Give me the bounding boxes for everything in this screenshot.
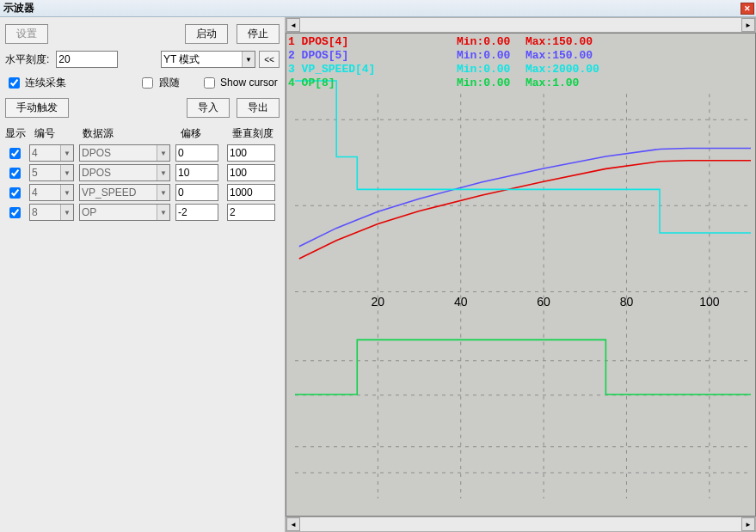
source-combo[interactable]: OP▼ xyxy=(79,204,170,221)
offset-input[interactable] xyxy=(175,204,218,221)
offset-input[interactable] xyxy=(175,184,218,201)
show-checkbox[interactable] xyxy=(9,187,22,199)
legend-row: 3 VP_SPEED[4]Min:0.00Max:2000.00 xyxy=(288,63,629,76)
chevron-down-icon: ▼ xyxy=(60,145,73,161)
import-button[interactable]: 导入 xyxy=(187,98,230,118)
h-scrollbar-top[interactable]: ◄ ► xyxy=(286,17,756,33)
vscale-input[interactable] xyxy=(227,164,275,181)
plot-area[interactable]: 20406080100 1 DPOS[4]Min:0.00Max:150.002… xyxy=(286,33,756,517)
cont-acq-checkbox[interactable]: 连续采集 xyxy=(5,75,66,91)
mode-combo[interactable]: YT 模式 ▼ xyxy=(161,51,255,68)
scroll-left-icon[interactable]: ◄ xyxy=(286,517,300,531)
source-combo[interactable]: DPOS▼ xyxy=(79,164,170,181)
show-checkbox[interactable] xyxy=(9,207,22,218)
chevron-down-icon: ▼ xyxy=(157,205,169,220)
start-button[interactable]: 启动 xyxy=(185,24,228,44)
chevron-down-icon: ▼ xyxy=(157,145,169,161)
legend-row: 4 OP[8]Min:0.00Max:1.00 xyxy=(288,76,629,89)
show-cursor-checkbox[interactable]: Show cursor xyxy=(200,75,278,91)
stop-button[interactable]: 停止 xyxy=(237,24,280,44)
channel-table: 4▼DPOS▼5▼DPOS▼4▼VP_SPEED▼8▼OP▼ xyxy=(5,144,280,223)
control-panel: 设置 启动 停止 水平刻度: YT 模式 ▼ << 连续采集 跟随 xyxy=(0,17,286,532)
id-combo[interactable]: 8▼ xyxy=(29,204,74,221)
id-combo[interactable]: 4▼ xyxy=(29,144,74,162)
channel-row: 4▼VP_SPEED▼ xyxy=(5,184,280,201)
collapse-button[interactable]: << xyxy=(259,51,280,68)
offset-input[interactable] xyxy=(175,144,218,162)
chevron-down-icon: ▼ xyxy=(60,185,73,200)
vscale-input[interactable] xyxy=(227,144,275,162)
svg-text:60: 60 xyxy=(537,295,550,309)
svg-text:80: 80 xyxy=(620,295,634,309)
scroll-right-icon[interactable]: ► xyxy=(741,517,755,531)
chevron-down-icon: ▼ xyxy=(60,165,73,180)
channel-row: 8▼OP▼ xyxy=(5,204,280,221)
vscale-input[interactable] xyxy=(227,204,275,221)
follow-checkbox[interactable]: 跟随 xyxy=(138,75,179,91)
plot-panel: ◄ ► 20406080100 1 DPOS[4]Min:0.00Max:150… xyxy=(286,17,756,532)
chevron-down-icon: ▼ xyxy=(242,52,255,67)
h-scale-input[interactable] xyxy=(56,51,118,68)
vscale-input[interactable] xyxy=(227,184,275,201)
legend-row: 1 DPOS[4]Min:0.00Max:150.00 xyxy=(288,35,629,48)
mode-combo-text: YT 模式 xyxy=(163,52,242,67)
source-combo[interactable]: DPOS▼ xyxy=(79,144,170,162)
id-combo[interactable]: 5▼ xyxy=(29,164,74,181)
show-checkbox[interactable] xyxy=(9,168,22,179)
scroll-right-icon[interactable]: ► xyxy=(741,18,755,32)
window-title: 示波器 xyxy=(3,1,34,15)
offset-input[interactable] xyxy=(175,164,218,181)
svg-text:100: 100 xyxy=(699,295,720,309)
export-button[interactable]: 导出 xyxy=(237,98,280,118)
legend-row: 2 DPOS[5]Min:0.00Max:150.00 xyxy=(288,49,629,62)
h-scrollbar-bottom[interactable]: ◄ ► xyxy=(286,517,756,532)
svg-text:40: 40 xyxy=(454,295,468,309)
chevron-down-icon: ▼ xyxy=(60,205,73,220)
svg-text:20: 20 xyxy=(372,295,385,309)
id-combo[interactable]: 4▼ xyxy=(29,184,74,201)
show-checkbox[interactable] xyxy=(9,148,22,159)
settings-button[interactable]: 设置 xyxy=(5,24,48,44)
chevron-down-icon: ▼ xyxy=(157,185,169,200)
titlebar: 示波器 ✕ xyxy=(0,0,756,17)
h-scale-label: 水平刻度: xyxy=(5,52,49,67)
scroll-left-icon[interactable]: ◄ xyxy=(286,18,300,32)
manual-trigger-button[interactable]: 手动触发 xyxy=(5,98,69,118)
close-button[interactable]: ✕ xyxy=(741,3,754,15)
chevron-down-icon: ▼ xyxy=(157,165,169,180)
channel-row: 5▼DPOS▼ xyxy=(5,164,280,181)
source-combo[interactable]: VP_SPEED▼ xyxy=(79,184,170,201)
channel-row: 4▼DPOS▼ xyxy=(5,144,280,162)
channel-header: 显示 编号 数据源 偏移 垂直刻度 xyxy=(5,126,280,141)
